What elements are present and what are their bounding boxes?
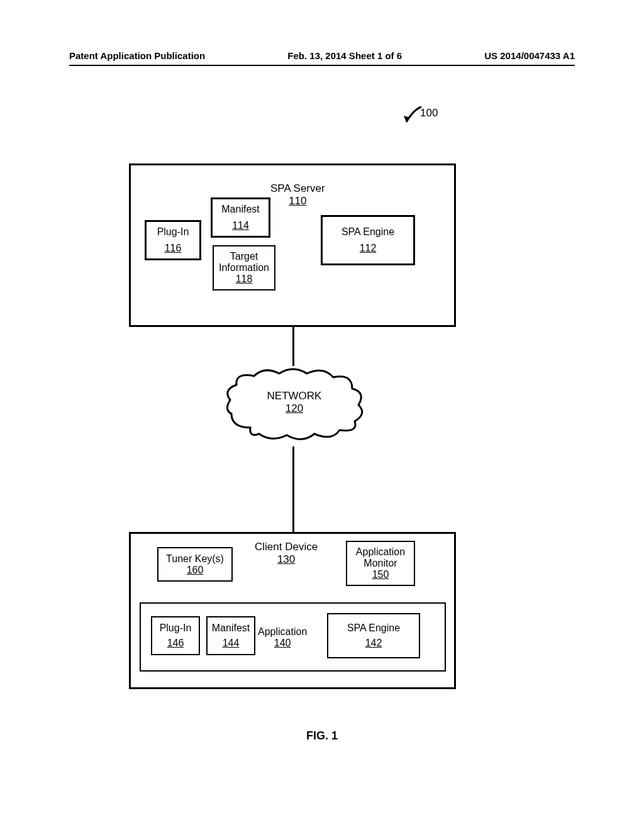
spa-server-title: SPA Server 110 — [270, 182, 325, 208]
client-title: Client Device 130 — [255, 541, 318, 566]
client-ref: 130 — [277, 553, 295, 565]
manifest2-box: Manifest 144 — [206, 616, 255, 655]
network-label: NETWORK — [267, 390, 322, 402]
manifest2-label: Manifest — [212, 622, 250, 634]
header-right: US 2014/0047433 A1 — [484, 50, 575, 61]
manifest2-ref: 144 — [223, 638, 240, 649]
network-cloud: NETWORK 120 — [219, 365, 370, 446]
connector-server-to-network — [292, 327, 294, 366]
application-label: Application — [258, 626, 307, 637]
diagram: 100 SPA Server 110 Plug-In 116 Manifest … — [0, 101, 644, 830]
spa-engine-box: SPA Engine 112 — [321, 215, 415, 265]
app-monitor-label: Application Monitor — [347, 546, 414, 568]
manifest-label: Manifest — [221, 204, 259, 215]
spa-engine-label: SPA Engine — [341, 226, 394, 238]
app-monitor-box: Application Monitor 150 — [346, 541, 415, 586]
page-header: Patent Application Publication Feb. 13, … — [69, 50, 575, 66]
app-monitor-ref: 150 — [372, 569, 389, 580]
page: Patent Application Publication Feb. 13, … — [0, 0, 644, 830]
header-center: Feb. 13, 2014 Sheet 1 of 6 — [287, 50, 402, 61]
target-info-box: Target Information 118 — [213, 245, 275, 290]
header-left: Patent Application Publication — [69, 50, 205, 61]
tuner-keys-box: Tuner Key(s) 160 — [157, 547, 233, 582]
plugin2-ref: 146 — [167, 638, 184, 649]
spa-server-ref: 110 — [289, 195, 306, 207]
client-label: Client Device — [255, 541, 318, 553]
spa-engine-ref: 112 — [360, 243, 377, 254]
manifest-ref: 114 — [232, 220, 249, 231]
spa-server-label: SPA Server — [270, 182, 325, 194]
tuner-ref: 160 — [187, 565, 204, 576]
spa-engine2-label: SPA Engine — [347, 622, 400, 634]
figure-label: FIG. 1 — [0, 729, 644, 743]
spa-engine2-ref: 142 — [365, 638, 382, 649]
plugin-box: Plug-In 116 — [145, 220, 201, 260]
manifest-box: Manifest 114 — [211, 197, 270, 238]
application-ref: 140 — [274, 638, 291, 648]
plugin2-box: Plug-In 146 — [151, 616, 200, 655]
network-ref: 120 — [286, 402, 303, 414]
application-title: Application 140 — [258, 626, 307, 649]
plugin-ref: 116 — [165, 243, 182, 254]
tuner-label: Tuner Key(s) — [166, 553, 224, 565]
connector-network-to-client — [292, 446, 294, 532]
target-info-ref: 118 — [236, 274, 253, 285]
network-title: NETWORK 120 — [219, 390, 370, 415]
plugin-label: Plug-In — [157, 226, 189, 238]
plugin2-label: Plug-In — [160, 622, 192, 634]
figure-ref-100: 100 — [420, 107, 438, 119]
spa-engine2-box: SPA Engine 142 — [327, 613, 420, 658]
target-info-label: Target Information — [214, 251, 274, 273]
